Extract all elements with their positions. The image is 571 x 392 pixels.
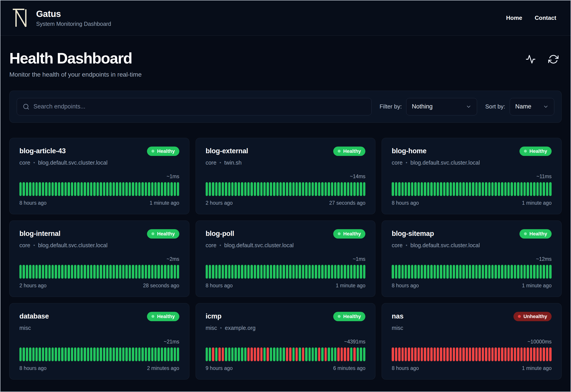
uptime-bars[interactable]: [392, 265, 552, 279]
endpoint-host: blog.default.svc.cluster.local: [410, 242, 480, 249]
endpoint-card[interactable]: database Healthy misc ~21ms 8 hours ago …: [9, 303, 189, 379]
status-bar: [395, 265, 397, 279]
status-dot-icon: [151, 315, 154, 318]
card-foot: 2 hours ago 28 seconds ago: [19, 283, 179, 289]
status-bar: [462, 265, 465, 279]
chevron-down-icon: [466, 104, 471, 110]
status-dot-icon: [151, 232, 154, 235]
status-bar: [254, 265, 256, 279]
status-bar: [222, 348, 224, 361]
status-bar: [257, 348, 259, 361]
status-bar: [148, 265, 150, 279]
sort-select[interactable]: Name: [510, 98, 554, 115]
status-bar: [517, 265, 519, 279]
endpoint-group: core: [206, 159, 217, 166]
endpoint-group: core: [392, 159, 403, 166]
status-bar: [135, 265, 137, 279]
uptime-bars[interactable]: [392, 348, 552, 361]
status-bar: [71, 182, 73, 196]
status-bar: [296, 348, 298, 361]
status-badge: Unhealthy: [513, 312, 552, 321]
status-bar: [437, 182, 439, 196]
card-foot: 8 hours ago 1 minute ago: [392, 200, 552, 206]
status-bar: [55, 182, 57, 196]
status-bar: [260, 182, 263, 196]
refresh-icon[interactable]: [548, 54, 558, 64]
status-bar: [212, 348, 214, 361]
endpoint-card[interactable]: blog-poll Healthy core • blog.default.sv…: [195, 221, 376, 297]
status-bar: [68, 182, 70, 196]
status-badge-label: Healthy: [157, 314, 175, 319]
status-badge-label: Healthy: [529, 231, 547, 237]
endpoint-card[interactable]: nas Unhealthy misc ~10000ms 8 hours ago …: [382, 303, 562, 379]
status-bar: [52, 348, 54, 361]
status-bar: [55, 348, 57, 361]
newest-timestamp: 2 minutes ago: [147, 365, 179, 371]
status-bar: [536, 265, 539, 279]
card-head: blog-sitemap Healthy: [392, 230, 552, 238]
status-bar: [440, 182, 442, 196]
status-bar: [164, 348, 166, 361]
status-bar: [218, 265, 221, 279]
status-bar: [289, 265, 291, 279]
endpoint-card[interactable]: blog-internal Healthy core • blog.defaul…: [9, 221, 189, 297]
uptime-bars[interactable]: [206, 265, 366, 279]
nav-link-contact[interactable]: Contact: [535, 14, 556, 21]
uptime-bars[interactable]: [206, 348, 366, 361]
status-bar: [32, 265, 35, 279]
status-bar: [315, 182, 317, 196]
status-bar: [504, 182, 507, 196]
status-bar: [305, 182, 307, 196]
uptime-bars[interactable]: [19, 265, 179, 279]
status-bar: [450, 182, 452, 196]
status-bar: [520, 348, 523, 361]
status-bar: [446, 348, 449, 361]
endpoint-card[interactable]: icmp Healthy misc • example.org ~4391ms …: [195, 303, 376, 379]
nav-link-home[interactable]: Home: [506, 14, 522, 21]
endpoint-card[interactable]: blog-external Healthy core • twin.sh ~14…: [195, 138, 376, 214]
status-bar: [408, 182, 410, 196]
status-bar: [270, 182, 272, 196]
status-bar: [334, 182, 336, 196]
endpoint-host: blog.default.svc.cluster.local: [38, 159, 107, 166]
status-bar: [109, 265, 112, 279]
uptime-bars[interactable]: [206, 182, 366, 196]
filter-select[interactable]: Nothing: [406, 98, 477, 115]
status-bar: [90, 348, 92, 361]
status-bar: [247, 265, 250, 279]
status-bar: [418, 265, 420, 279]
status-bar: [405, 348, 407, 361]
uptime-bars[interactable]: [19, 182, 179, 196]
status-bar: [113, 182, 115, 196]
status-bar: [344, 265, 346, 279]
status-bar: [511, 348, 513, 361]
card-foot: 9 hours ago 6 minutes ago: [206, 365, 366, 371]
status-bar: [347, 348, 349, 361]
page-head: Health Dashboard: [9, 50, 562, 67]
endpoint-name: blog-sitemap: [392, 230, 434, 238]
activity-icon[interactable]: [526, 54, 536, 64]
uptime-bars[interactable]: [19, 348, 179, 361]
status-bar: [543, 348, 545, 361]
status-bar: [527, 265, 529, 279]
status-bar: [283, 348, 285, 361]
page-title: Health Dashboard: [9, 50, 132, 67]
status-bar: [90, 265, 92, 279]
endpoint-card[interactable]: blog-article-43 Healthy core • blog.defa…: [9, 138, 189, 214]
status-bar: [347, 265, 349, 279]
status-bar: [334, 265, 336, 279]
status-bar: [39, 182, 41, 196]
status-bar: [283, 265, 285, 279]
status-bar: [466, 182, 468, 196]
search-input[interactable]: [33, 103, 366, 110]
response-time: ~10000ms: [392, 339, 552, 345]
status-bar: [71, 265, 73, 279]
status-bar: [299, 265, 301, 279]
status-bar: [430, 265, 433, 279]
status-bar: [103, 265, 105, 279]
status-bar: [318, 265, 320, 279]
endpoint-card[interactable]: blog-home Healthy core • blog.default.sv…: [382, 138, 562, 214]
uptime-bars[interactable]: [392, 182, 552, 196]
endpoint-card[interactable]: blog-sitemap Healthy core • blog.default…: [382, 221, 562, 297]
page-actions: [526, 54, 558, 64]
